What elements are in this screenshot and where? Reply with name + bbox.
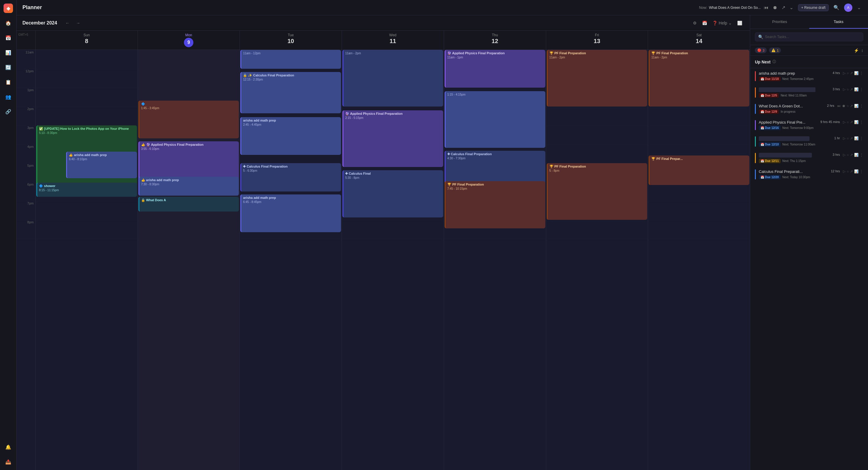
task-accent	[755, 169, 756, 179]
link-icon[interactable]: ↗	[850, 136, 853, 140]
prev-week-button[interactable]: ←	[63, 20, 71, 27]
day-col-sat[interactable]: 🏆 PF Final Preparation 11am - 2pm 🏆 PF F…	[648, 50, 750, 470]
play-icon[interactable]: ⏺	[842, 104, 845, 108]
day-col-sun[interactable]: ✅ [UPDATE] How to Lock the Photos App on…	[35, 50, 137, 470]
event-wed-block1[interactable]: 11am - 2pm	[342, 50, 443, 106]
link-icon[interactable]: ↗	[850, 120, 853, 124]
play-icon[interactable]: ▷	[843, 153, 845, 157]
more-icon[interactable]: ⋮	[860, 104, 863, 108]
day-col-thu[interactable]: 🔮 Applied Physics Final Preparation 11am…	[444, 50, 546, 470]
chart-icon[interactable]: 📊	[854, 87, 859, 92]
event-tue-calculus[interactable]: 🔒 ✨ Calculus Final Preparation 12:15 - 2…	[240, 72, 341, 113]
playback-prev-btn[interactable]: ⏮	[763, 4, 770, 11]
check-icon[interactable]: ○	[847, 71, 849, 75]
filter-options-button[interactable]: ⚡	[854, 48, 859, 53]
play-icon[interactable]: ▷	[843, 87, 845, 92]
event-sun-shower[interactable]: 🔷 shower 8:15 - 11:15pm	[36, 182, 137, 197]
avatar-chevron[interactable]: ⌄	[856, 4, 862, 11]
play-icon[interactable]: ▷	[843, 136, 845, 140]
day-header-thu: Thu 12	[444, 31, 546, 49]
chart-icon[interactable]: 📊	[854, 71, 859, 75]
more-icon[interactable]: ⋮	[860, 136, 863, 140]
sort-button[interactable]: ↕	[861, 48, 863, 53]
check-icon[interactable]: ○	[847, 136, 849, 140]
more-icon[interactable]: ⋮	[860, 71, 863, 75]
chart-icon[interactable]: 📊	[854, 104, 859, 108]
sidebar-item-notifications[interactable]: 🔔	[4, 442, 13, 452]
event-tue-arisha2[interactable]: arisha add math prep 6:45 - 8:45pm	[240, 195, 341, 232]
help-button[interactable]: ❓ Help ⌄	[711, 20, 734, 27]
sidebar-item-calendar[interactable]: 📅	[4, 33, 13, 42]
sidebar-item-analytics[interactable]: 📊	[4, 48, 13, 57]
event-wed-physics[interactable]: 🔮 Applied Physics Final Preparation 2:15…	[342, 110, 443, 167]
critical-filter[interactable]: 🔴 3	[755, 47, 767, 53]
app-logo[interactable]: ◈	[4, 4, 13, 13]
more-icon[interactable]: ⋮	[860, 169, 863, 173]
tab-priorities[interactable]: Priorities	[750, 15, 809, 29]
link-icon[interactable]: ↗	[850, 169, 853, 173]
settings-button[interactable]: ⚙	[691, 20, 699, 27]
skip-icon[interactable]: ⏭	[837, 104, 841, 108]
search-input[interactable]	[765, 35, 860, 39]
link-icon[interactable]: ↗	[850, 71, 853, 75]
event-sat-pf1[interactable]: 🏆 PF Final Preparation 11am - 2pm	[649, 50, 749, 106]
more-icon[interactable]: ⋮	[860, 87, 863, 92]
event-sun-arisha[interactable]: 👍 arisha add math prep 6:40 - 8:10pm	[66, 152, 137, 178]
external-link-btn[interactable]: ↗	[780, 4, 786, 11]
link-icon[interactable]: ↗	[850, 104, 853, 108]
layout-button[interactable]: ⬜	[736, 20, 744, 27]
event-mon-physics[interactable]: 👍 🔮 Applied Physics Final Preparation 3:…	[138, 141, 239, 182]
event-wed-calculus[interactable]: ✚ Calculus Final 5:30 - 8pm	[342, 170, 443, 217]
more-icon[interactable]: ⋮	[860, 120, 863, 124]
panel-tabs: Priorities Tasks	[750, 15, 868, 29]
event-tue-arisha[interactable]: arisha add math prep 2:45 - 4:45pm	[240, 117, 341, 155]
event-mon-block[interactable]: 🔷 1:45 - 3:45pm	[138, 101, 239, 138]
event-tue-calculus2[interactable]: ✚ Calculus Final Preparation 5 - 6:30pm	[240, 163, 341, 192]
event-fri-pf1[interactable]: 🏆 PF Final Preparation 11am - 2pm	[547, 50, 647, 106]
chart-icon[interactable]: 📊	[854, 169, 859, 173]
resume-draft-button[interactable]: + Resume draft	[798, 4, 829, 11]
sidebar-item-sync[interactable]: 🔄	[4, 63, 13, 72]
calendar-picker-button[interactable]: 📅	[700, 20, 709, 27]
chart-icon[interactable]: 📊	[854, 120, 859, 124]
warning-filter[interactable]: ⚠️ 1	[769, 47, 781, 53]
sidebar-item-integrations[interactable]: 🔗	[4, 107, 13, 116]
day-col-wed[interactable]: 11am - 2pm 🔮 Applied Physics Final Prepa…	[342, 50, 444, 470]
day-col-tue[interactable]: 11am - 12pm 🔒 ✨ Calculus Final Preparati…	[240, 50, 342, 470]
sidebar-item-tasks[interactable]: 📋	[4, 77, 13, 87]
panel-search: 🔍	[750, 29, 868, 45]
sidebar-item-people[interactable]: 👥	[4, 92, 13, 101]
user-avatar[interactable]: A	[844, 4, 852, 12]
task-meta: 📅 Due 12/10 Next: Tomorrow 11:00am	[759, 142, 831, 147]
check-icon[interactable]: ○	[847, 104, 849, 108]
check-icon[interactable]: ○	[847, 87, 849, 92]
event-sat-pf2[interactable]: 🏆 PF Final Prepar...	[649, 156, 749, 185]
day-col-mon[interactable]: 🔷 1:45 - 3:45pm 👍 🔮 Applied Physics Fina…	[137, 50, 240, 470]
sidebar-item-share[interactable]: 📤	[4, 457, 13, 466]
now-chevron-btn[interactable]: ⌄	[788, 4, 795, 11]
event-tue-block1[interactable]: 11am - 12pm	[240, 50, 341, 69]
play-icon[interactable]: ▷	[843, 169, 845, 173]
chart-icon[interactable]: 📊	[854, 136, 859, 140]
more-icon[interactable]: ⋮	[860, 153, 863, 157]
sidebar-item-home[interactable]: 🏠	[4, 18, 13, 28]
check-icon[interactable]: ○	[847, 120, 849, 124]
day-col-fri[interactable]: 🏆 PF Final Preparation 11am - 2pm 🏆 PF F…	[546, 50, 648, 470]
event-mon-whatdoes[interactable]: 🔒 What Does A	[138, 197, 239, 211]
tab-tasks[interactable]: Tasks	[809, 15, 868, 29]
event-fri-pf2[interactable]: 🏆 PF Final Preparation 5 - 8pm	[547, 163, 647, 220]
playback-play-btn[interactable]: ⏺	[771, 4, 779, 11]
check-icon[interactable]: ○	[847, 153, 849, 157]
check-icon[interactable]: ○	[847, 169, 849, 173]
event-thu-physics[interactable]: 🔮 Applied Physics Final Preparation 11am…	[445, 50, 545, 88]
play-icon[interactable]: ▷	[843, 71, 845, 75]
chart-icon[interactable]: 📊	[854, 153, 859, 157]
link-icon[interactable]: ↗	[850, 87, 853, 92]
event-thu-pf[interactable]: 🏆 PF Final Preparation 7:45 - 10:15pm	[445, 181, 545, 228]
play-icon[interactable]: ▷	[843, 120, 845, 124]
event-mon-arisha[interactable]: 👍 arisha add math prep 7:30 - 8:30pm	[138, 177, 239, 196]
event-thu-block[interactable]: 1:15 - 4:15pm	[445, 91, 545, 148]
next-week-button[interactable]: →	[74, 20, 82, 27]
link-icon[interactable]: ↗	[850, 153, 853, 157]
search-button[interactable]: 🔍	[832, 4, 841, 11]
